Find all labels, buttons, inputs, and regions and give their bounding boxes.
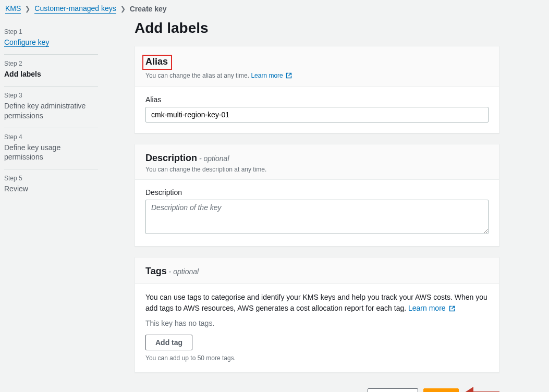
alias-field-label: Alias	[145, 95, 489, 104]
alias-highlight: Alias	[142, 55, 172, 70]
description-textarea[interactable]	[145, 200, 489, 234]
tags-panel: Tags - optional You can use tags to cate…	[135, 257, 499, 373]
breadcrumb-current: Create key	[130, 5, 167, 13]
step-title: Add labels	[4, 69, 98, 79]
step-num: Step 5	[4, 175, 98, 182]
description-subtext: You can change the description at any ti…	[145, 166, 489, 173]
add-tag-button[interactable]: Add tag	[145, 335, 192, 350]
step-title: Review	[4, 184, 98, 193]
external-link-icon	[449, 304, 455, 315]
no-tags-text: This key has no tags.	[145, 319, 489, 327]
step-num: Step 4	[4, 133, 98, 141]
breadcrumb-kms[interactable]: KMS	[5, 4, 21, 14]
description-panel: Description - optional You can change th…	[135, 144, 499, 247]
alias-subtext: You can change the alias at any time. Le…	[145, 72, 489, 80]
tags-hint: You can add up to 50 more tags.	[145, 354, 489, 362]
next-button[interactable]: Next	[423, 388, 459, 392]
optional-label: - optional	[169, 267, 199, 276]
footer-actions: Cancel Previous Next	[320, 383, 459, 392]
alias-heading: Alias	[145, 56, 168, 67]
tags-intro-text: You can use tags to categorise and ident…	[145, 292, 489, 315]
chevron-right-icon: ❯	[25, 5, 30, 13]
wizard-steps-sidebar: Step 1 Configure key Step 2 Add labels S…	[4, 20, 98, 201]
breadcrumb-customer-keys[interactable]: Customer-managed keys	[34, 4, 116, 14]
description-heading: Description	[145, 153, 197, 163]
step-4: Step 4 Define key usage permissions	[4, 128, 98, 169]
chevron-right-icon: ❯	[120, 5, 126, 13]
alias-input[interactable]	[145, 107, 489, 123]
step-title: Define key usage permissions	[4, 143, 98, 162]
page-title: Add labels	[135, 20, 499, 36]
step-num: Step 3	[4, 92, 98, 99]
step-5: Step 5 Review	[4, 169, 98, 201]
step-3: Step 3 Define key administrative permiss…	[4, 87, 98, 128]
optional-label: - optional	[199, 154, 229, 163]
step-title[interactable]: Configure key	[4, 38, 49, 47]
step-num: Step 2	[4, 60, 98, 67]
previous-button[interactable]: Previous	[368, 388, 418, 392]
annotation-arrow-icon	[463, 388, 499, 392]
alias-panel: Alias You can change the alias at any ti…	[135, 46, 499, 133]
alias-learn-more-link[interactable]: Learn more	[251, 72, 292, 79]
cancel-button[interactable]: Cancel	[320, 389, 362, 392]
tags-learn-more-link[interactable]: Learn more	[408, 304, 455, 312]
step-title: Define key administrative permissions	[4, 101, 98, 120]
step-2: Step 2 Add labels	[4, 55, 98, 87]
external-link-icon	[286, 72, 292, 80]
tags-heading: Tags	[145, 266, 167, 276]
description-field-label: Description	[145, 188, 489, 197]
step-num: Step 1	[4, 28, 98, 35]
step-1[interactable]: Step 1 Configure key	[4, 23, 98, 55]
breadcrumb: KMS ❯ Customer-managed keys ❯ Create key	[4, 4, 541, 14]
